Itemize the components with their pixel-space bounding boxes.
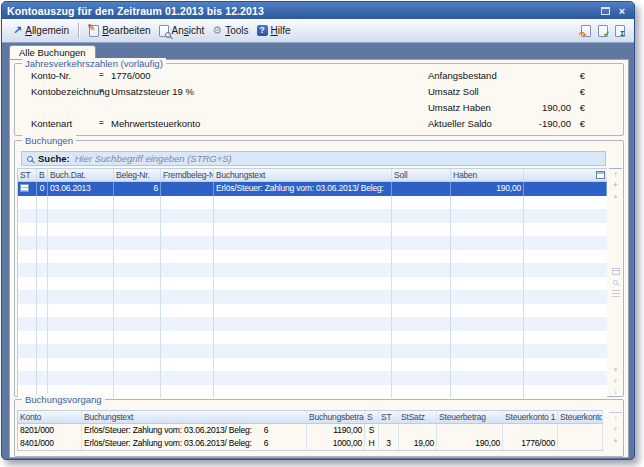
table-row-empty[interactable] (18, 371, 607, 385)
insert-icon[interactable] (609, 423, 622, 434)
col-stsatz[interactable]: StSatz (399, 411, 437, 423)
table-row-empty[interactable] (18, 358, 607, 372)
col-st[interactable]: ST (18, 169, 37, 181)
table-row-empty[interactable] (18, 331, 607, 345)
col-b[interactable]: B (37, 169, 48, 181)
menu-ansicht-label: Ansicht (172, 25, 205, 36)
table-row-empty[interactable] (18, 317, 607, 331)
menu-ansicht[interactable]: Ansicht (155, 23, 209, 39)
cell-empty (392, 358, 451, 372)
col-st[interactable]: ST (379, 411, 399, 423)
col-buchdat[interactable]: Buch.Dat. (48, 169, 114, 181)
scroll-down-icon[interactable] (609, 364, 622, 375)
buchungen-table: ST B Buch.Dat. Beleg-Nr. Fremdbeleg-Nr. … (17, 168, 607, 397)
cell-empty (451, 236, 524, 250)
cell-empty (392, 209, 451, 223)
cell-empty (161, 385, 214, 399)
listview-icon[interactable] (609, 288, 622, 299)
cell-empty (37, 290, 48, 304)
table-row-empty[interactable] (18, 196, 607, 210)
maximize-restore-icon[interactable] (598, 5, 612, 17)
table-row-empty[interactable] (18, 263, 607, 277)
cell-st: 3 (379, 437, 399, 450)
col-buchungsbetrag[interactable]: Buchungsbetrag (307, 411, 365, 423)
field-kontenart-label: Kontenart (31, 118, 72, 129)
col-fremdbelegnr[interactable]: Fremdbeleg-Nr. (161, 169, 214, 181)
group-buchungsvorgang: Buchungsvorgang Konto Buchungstext Buchu… (14, 399, 624, 457)
scroll-first-icon[interactable] (609, 168, 622, 179)
col-belegnr[interactable]: Beleg-Nr. (114, 169, 161, 181)
table-row-empty[interactable] (18, 385, 607, 399)
cell-empty (48, 290, 114, 304)
search-icon[interactable] (609, 277, 622, 288)
col-filler (524, 169, 607, 181)
cell-empty (392, 317, 451, 331)
table-row-empty[interactable] (18, 209, 607, 223)
scroll-up-icon[interactable] (609, 190, 622, 201)
table-row-empty[interactable] (18, 223, 607, 237)
cell-stsatz (399, 424, 437, 437)
cell-empty (451, 196, 524, 210)
insert-icon[interactable] (609, 375, 622, 386)
table-row-empty[interactable] (18, 290, 607, 304)
buchungsvorgang-table-header: Konto Buchungstext Buchungsbetrag S ST S… (18, 411, 603, 424)
insert-icon[interactable] (609, 179, 622, 190)
equals-separator-icon (99, 86, 104, 95)
cell-empty (114, 196, 161, 210)
col-konto[interactable]: Konto (18, 411, 82, 423)
col-s[interactable]: S (365, 411, 379, 423)
cell-empty (114, 358, 161, 372)
menu-tools[interactable]: Tools (208, 23, 252, 38)
cell-stsatz: 19,00 (399, 437, 437, 450)
table-row-selected[interactable]: 0 03.06.2013 6 Erlös/Steuer: Zahlung vom… (18, 182, 607, 196)
col-steuerkonto1[interactable]: Steuerkonto 1 (503, 411, 558, 423)
table-row[interactable]: 8401/000 Erlös/Steuer: Zahlung vom: 03.0… (18, 437, 603, 450)
table-row-empty[interactable] (18, 344, 607, 358)
col-buchungstext[interactable]: Buchungstext (82, 411, 307, 423)
doc-refresh-icon[interactable] (581, 25, 591, 37)
table-row-empty[interactable] (18, 250, 607, 264)
cell-empty (451, 250, 524, 264)
cell-empty (18, 344, 37, 358)
group-buchungen-label: Buchungen (22, 135, 76, 146)
column-chooser-icon[interactable] (596, 171, 605, 179)
col-soll[interactable]: Soll (392, 169, 451, 181)
cell-empty (48, 250, 114, 264)
doc-check-icon[interactable] (598, 25, 608, 37)
scroll-first-icon[interactable] (609, 412, 622, 423)
search-input[interactable]: Suche: Hier Suchbegriff eingeben (STRG+S… (21, 151, 606, 166)
cell-empty (392, 290, 451, 304)
table-row[interactable]: 8201/000 Erlös/Steuer: Zahlung vom: 03.0… (18, 424, 603, 437)
col-haben[interactable]: Haben (451, 169, 524, 181)
cell-empty (114, 317, 161, 331)
cell-empty (524, 358, 607, 372)
menu-hilfe[interactable]: Hilfe (253, 23, 295, 38)
table-row-empty[interactable] (18, 277, 607, 291)
doc-sum-icon[interactable] (615, 25, 625, 37)
cell-belegnr: 6 (114, 182, 161, 196)
cell-empty (524, 236, 607, 250)
cell-empty (37, 358, 48, 372)
toolbar-right-icons (581, 25, 627, 37)
col-steuerbetrag[interactable]: Steuerbetrag (437, 411, 503, 423)
scroll-last-icon[interactable] (609, 386, 622, 397)
close-icon[interactable] (615, 5, 629, 17)
cell-empty (524, 263, 607, 277)
cardview-icon[interactable] (609, 266, 622, 277)
col-buchungstext[interactable]: Buchungstext (214, 169, 392, 181)
menu-bearbeiten[interactable]: Bearbeiten (85, 23, 154, 39)
cell-steuerkonto1 (503, 424, 558, 437)
scroll-up-icon[interactable] (609, 434, 622, 445)
cell-empty (524, 277, 607, 291)
cell-empty (18, 317, 37, 331)
magnifier-page-icon (159, 25, 169, 37)
menu-allgemein[interactable]: Allgemein (9, 23, 73, 38)
table-row-empty[interactable] (18, 236, 607, 250)
cell-steuerkonto2 (558, 437, 603, 450)
field-aktueller-saldo-value: -190,00 (461, 118, 571, 129)
table-row-empty[interactable] (18, 304, 607, 318)
col-steuerkonto2[interactable]: Steuerkonto 2 (558, 411, 603, 423)
cell-empty (48, 263, 114, 277)
cell-empty (451, 371, 524, 385)
field-aktueller-saldo-unit: € (580, 118, 585, 129)
